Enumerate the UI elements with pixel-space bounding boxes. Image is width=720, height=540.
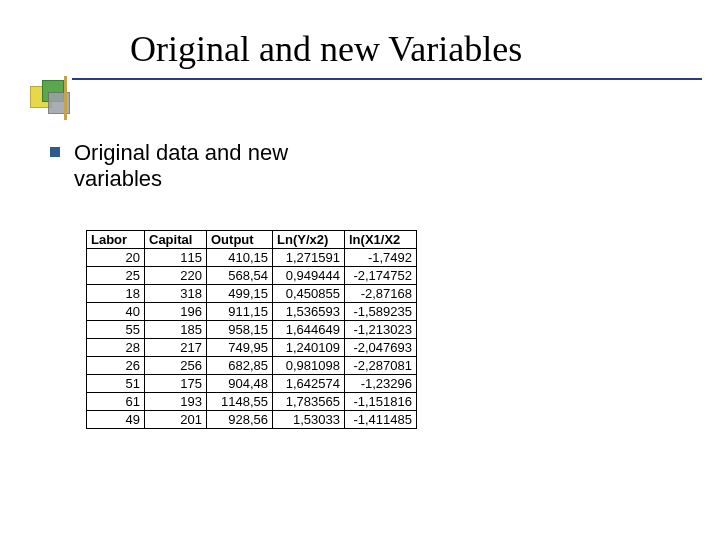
table-cell: 499,15 <box>207 285 273 303</box>
table-cell: 220 <box>145 267 207 285</box>
table-cell: 28 <box>87 339 145 357</box>
table-cell: 193 <box>145 393 207 411</box>
table-row: 49201928,561,53033-1,411485 <box>87 411 417 429</box>
table-cell: 911,15 <box>207 303 273 321</box>
table-cell: 0,949444 <box>273 267 345 285</box>
table-cell: 175 <box>145 375 207 393</box>
table-cell: -1,589235 <box>345 303 417 321</box>
col-header: Output <box>207 231 273 249</box>
table-cell: 18 <box>87 285 145 303</box>
table-cell: 958,15 <box>207 321 273 339</box>
table-cell: -2,287081 <box>345 357 417 375</box>
table-row: 26256682,850,981098-2,287081 <box>87 357 417 375</box>
table-cell: -2,047693 <box>345 339 417 357</box>
table-cell: -1,213023 <box>345 321 417 339</box>
table-cell: 55 <box>87 321 145 339</box>
table-cell: -1,411485 <box>345 411 417 429</box>
table-cell: 1,642574 <box>273 375 345 393</box>
table-cell: 26 <box>87 357 145 375</box>
col-header: Labor <box>87 231 145 249</box>
table-cell: 196 <box>145 303 207 321</box>
table-row: 25220568,540,949444-2,174752 <box>87 267 417 285</box>
table-row: 18318499,150,450855-2,87168 <box>87 285 417 303</box>
table-cell: 115 <box>145 249 207 267</box>
bullet-square-icon <box>50 147 60 157</box>
table-row: 20115410,151,271591-1,7492 <box>87 249 417 267</box>
table-cell: 1148,55 <box>207 393 273 411</box>
table-header-row: Labor Capital Output Ln(Y/x2) ln(X1/X2 <box>87 231 417 249</box>
table-cell: 568,54 <box>207 267 273 285</box>
table-cell: 318 <box>145 285 207 303</box>
page-title: Original and new Variables <box>130 28 522 70</box>
col-header: ln(X1/X2 <box>345 231 417 249</box>
col-header: Capital <box>145 231 207 249</box>
table-cell: 185 <box>145 321 207 339</box>
table-cell: 749,95 <box>207 339 273 357</box>
table-cell: 20 <box>87 249 145 267</box>
table-cell: 1,53033 <box>273 411 345 429</box>
table-cell: 25 <box>87 267 145 285</box>
corner-decoration <box>30 80 70 120</box>
table-row: 28217749,951,240109-2,047693 <box>87 339 417 357</box>
table-row: 55185958,151,644649-1,213023 <box>87 321 417 339</box>
table-cell: 1,271591 <box>273 249 345 267</box>
table-cell: 1,644649 <box>273 321 345 339</box>
table-row: 40196911,151,536593-1,589235 <box>87 303 417 321</box>
data-table: Labor Capital Output Ln(Y/x2) ln(X1/X2 2… <box>86 230 417 429</box>
table-cell: -1,7492 <box>345 249 417 267</box>
bullet-row: Original data and new variables <box>50 140 670 193</box>
table-cell: 49 <box>87 411 145 429</box>
col-header: Ln(Y/x2) <box>273 231 345 249</box>
table-cell: 904,48 <box>207 375 273 393</box>
table-cell: 928,56 <box>207 411 273 429</box>
table-cell: -2,174752 <box>345 267 417 285</box>
bullet-text: Original data and new variables <box>74 140 334 193</box>
table-cell: 61 <box>87 393 145 411</box>
table-cell: 0,981098 <box>273 357 345 375</box>
table-cell: 1,240109 <box>273 339 345 357</box>
deco-bar <box>64 76 67 120</box>
table-cell: -1,23296 <box>345 375 417 393</box>
table-body: 20115410,151,271591-1,749225220568,540,9… <box>87 249 417 429</box>
table-cell: 217 <box>145 339 207 357</box>
table-row: 51175904,481,642574-1,23296 <box>87 375 417 393</box>
table-cell: -1,151816 <box>345 393 417 411</box>
body: Original data and new variables <box>50 140 670 193</box>
table-cell: 0,450855 <box>273 285 345 303</box>
table-cell: 410,15 <box>207 249 273 267</box>
table-cell: 40 <box>87 303 145 321</box>
data-table-wrap: Labor Capital Output Ln(Y/x2) ln(X1/X2 2… <box>86 230 417 429</box>
slide: Original and new Variables Original data… <box>0 0 720 540</box>
table-cell: -2,87168 <box>345 285 417 303</box>
table-cell: 256 <box>145 357 207 375</box>
table-head: Labor Capital Output Ln(Y/x2) ln(X1/X2 <box>87 231 417 249</box>
table-row: 611931148,551,783565-1,151816 <box>87 393 417 411</box>
table-cell: 201 <box>145 411 207 429</box>
table-cell: 682,85 <box>207 357 273 375</box>
title-underline <box>72 78 702 80</box>
table-cell: 51 <box>87 375 145 393</box>
table-cell: 1,783565 <box>273 393 345 411</box>
table-cell: 1,536593 <box>273 303 345 321</box>
